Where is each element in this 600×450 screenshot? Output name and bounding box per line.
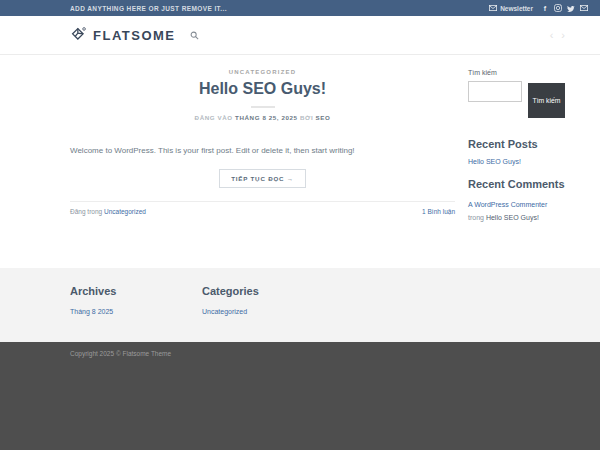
meta-by: BỞI [300, 114, 313, 121]
envelope-icon [489, 5, 497, 11]
newsletter-link[interactable]: Newsletter [489, 5, 533, 12]
flatsome-gem-icon [70, 26, 87, 43]
post-article: UNCATEGORIZED Hello SEO Guys! ĐĂNG VÀO T… [70, 69, 455, 268]
facebook-icon[interactable]: f [541, 4, 549, 12]
archives-widget: Archives Tháng 8 2025 [70, 285, 202, 342]
posted-in-prefix: Đăng trong [70, 208, 102, 215]
topbar: ADD ANYTHING HERE OR JUST REMOVE IT... N… [0, 0, 600, 16]
archives-title: Archives [70, 285, 202, 297]
footer-widgets: Archives Tháng 8 2025 Categories Uncateg… [0, 268, 600, 342]
recent-comment-item: A WordPress Commenter trong Hello SEO Gu… [468, 198, 565, 225]
posted-in: Đăng trong Uncategorized [70, 208, 146, 215]
search-submit-button[interactable]: Tìm kiếm [528, 83, 565, 118]
main-content: UNCATEGORIZED Hello SEO Guys! ĐĂNG VÀO T… [0, 55, 600, 268]
topbar-right: Newsletter f [489, 4, 588, 12]
page: ADD ANYTHING HERE OR JUST REMOVE IT... N… [0, 0, 600, 450]
comment-connector: trong [468, 214, 484, 221]
newsletter-label: Newsletter [500, 5, 533, 12]
search-icon[interactable] [190, 31, 199, 40]
prev-arrow-icon[interactable]: ‹ [550, 30, 554, 41]
site-header: FLATSOME ‹ › [0, 16, 600, 55]
email-icon[interactable] [580, 4, 588, 12]
category-link[interactable]: Uncategorized [202, 308, 334, 315]
copyright-text: Copyright 2025 © Flatsome Theme [70, 350, 565, 357]
posted-in-category-link[interactable]: Uncategorized [104, 208, 146, 215]
site-logo[interactable]: FLATSOME [70, 27, 199, 44]
comment-author-link[interactable]: A WordPress Commenter [468, 201, 547, 208]
meta-prefix: ĐĂNG VÀO [195, 114, 233, 121]
twitter-icon[interactable] [567, 4, 575, 12]
comment-post-link[interactable]: Hello SEO Guys! [486, 214, 539, 221]
post-excerpt: Welcome to WordPress. This is your first… [70, 145, 455, 157]
categories-title: Categories [202, 285, 334, 297]
post-category[interactable]: UNCATEGORIZED [70, 69, 455, 75]
search-widget: Tìm kiếm [468, 81, 565, 118]
header-arrows: ‹ › [550, 30, 565, 41]
next-arrow-icon[interactable]: › [561, 30, 565, 41]
post-meta: ĐĂNG VÀO THÁNG 8 25, 2025 BỞI SEO [70, 114, 455, 121]
search-widget-label: Tìm kiếm [468, 69, 565, 76]
post-footer-meta: Đăng trong Uncategorized 1 Bình luận [70, 208, 455, 215]
recent-post-link[interactable]: Hello SEO Guys! [468, 158, 565, 165]
topbar-message: ADD ANYTHING HERE OR JUST REMOVE IT... [70, 5, 227, 12]
read-more-button[interactable]: TIẾP TỤC ĐỌC → [219, 169, 306, 188]
recent-comments-title: Recent Comments [468, 178, 565, 190]
sidebar: Tìm kiếm Tìm kiếm Recent Posts Hello SEO… [468, 69, 565, 268]
logo-text: FLATSOME [93, 28, 176, 43]
archive-link[interactable]: Tháng 8 2025 [70, 308, 202, 315]
post-title[interactable]: Hello SEO Guys! [70, 80, 455, 98]
social-icons: f [541, 4, 588, 12]
search-input[interactable] [468, 81, 522, 102]
readmore-wrap: TIẾP TỤC ĐỌC → [70, 167, 455, 188]
meta-author[interactable]: SEO [316, 114, 331, 121]
absolute-footer: Copyright 2025 © Flatsome Theme [0, 342, 600, 450]
meta-date: THÁNG 8 25, 2025 [235, 114, 298, 121]
post-separator [70, 201, 455, 202]
comments-link[interactable]: 1 Bình luận [422, 208, 455, 215]
title-divider [251, 106, 275, 108]
recent-posts-title: Recent Posts [468, 138, 565, 150]
instagram-icon[interactable] [554, 4, 562, 12]
categories-widget: Categories Uncategorized [202, 285, 334, 342]
